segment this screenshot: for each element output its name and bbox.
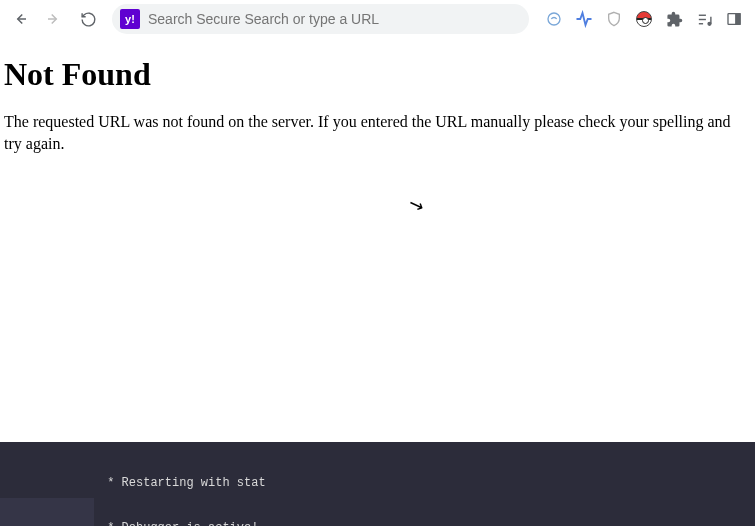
extension-pokeball-icon[interactable]: [635, 10, 653, 28]
terminal-line: * Restarting with stat: [0, 476, 755, 491]
arrow-left-icon: [11, 10, 29, 28]
search-provider-icon: y!: [120, 9, 140, 29]
pokeball-icon: [636, 11, 652, 27]
reload-icon: [80, 11, 97, 28]
reload-button[interactable]: [74, 5, 102, 33]
arrow-right-icon: [45, 10, 63, 28]
extension-circle-icon[interactable]: [545, 10, 563, 28]
page-content: Not Found The requested URL was not foun…: [0, 38, 755, 164]
browser-toolbar: y!: [0, 0, 755, 38]
circle-outline-icon: [546, 11, 562, 27]
forward-button[interactable]: [40, 5, 68, 33]
svg-point-2: [548, 13, 560, 25]
music-note-icon: [696, 11, 713, 28]
terminal-line: * Debugger is active!: [0, 521, 755, 526]
address-bar[interactable]: y!: [112, 4, 529, 34]
panel-icon: [726, 11, 742, 27]
extension-shield-icon[interactable]: [605, 10, 623, 28]
back-button[interactable]: [6, 5, 34, 33]
terminal-tab-area[interactable]: [0, 498, 94, 526]
omnibox-input[interactable]: [148, 11, 521, 27]
puzzle-icon: [666, 11, 683, 28]
error-message: The requested URL was not found on the s…: [4, 111, 751, 154]
side-panel-button[interactable]: [725, 10, 743, 28]
extensions-menu-button[interactable]: [665, 10, 683, 28]
extension-pulse-icon[interactable]: [575, 10, 593, 28]
error-heading: Not Found: [4, 56, 751, 93]
mouse-cursor-icon: ↘: [405, 192, 427, 218]
media-control-button[interactable]: [695, 10, 713, 28]
shield-icon: [606, 11, 622, 27]
extension-icons: [539, 10, 749, 28]
svg-rect-9: [736, 14, 740, 25]
terminal-panel[interactable]: * Restarting with stat * Debugger is act…: [0, 442, 755, 526]
pulse-icon: [575, 10, 593, 28]
